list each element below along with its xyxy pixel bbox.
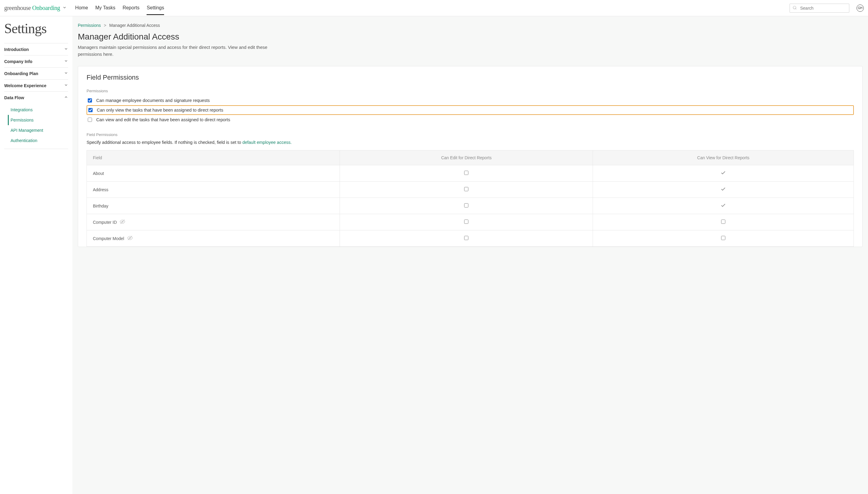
search-box bbox=[790, 4, 849, 13]
field-perm-text-pre: Specify additional access to employee fi… bbox=[86, 140, 243, 145]
logo: greenhouse Onboarding bbox=[4, 4, 60, 12]
chevron-down-icon[interactable] bbox=[62, 5, 67, 11]
th-edit: Can Edit for Direct Reports bbox=[340, 151, 593, 165]
sidebar-label: Onboarding Plan bbox=[4, 71, 38, 76]
nav-my-tasks[interactable]: My Tasks bbox=[95, 1, 115, 15]
chevron-down-icon bbox=[64, 59, 68, 64]
check-icon bbox=[720, 203, 726, 209]
nav-right: GH bbox=[790, 4, 864, 13]
sidebar-label: Data Flow bbox=[4, 95, 24, 100]
chevron-down-icon bbox=[64, 83, 68, 88]
chevron-up-icon bbox=[64, 95, 68, 100]
view-checkbox[interactable] bbox=[721, 236, 725, 240]
perm-label: Can only view the tasks that have been a… bbox=[97, 108, 223, 113]
field-name-label: Computer ID bbox=[93, 220, 117, 225]
edit-checkbox[interactable] bbox=[464, 187, 468, 191]
avatar[interactable]: GH bbox=[856, 4, 864, 12]
breadcrumb-current: Manager Additional Access bbox=[109, 23, 160, 28]
edit-checkbox[interactable] bbox=[464, 236, 468, 240]
field-permissions-card: Field Permissions Permissions Can manage… bbox=[78, 66, 863, 247]
th-view: Can View for Direct Reports bbox=[593, 151, 854, 165]
sidebar-section-company-info[interactable]: Company Info bbox=[4, 56, 68, 68]
perm-checkbox[interactable] bbox=[89, 108, 93, 112]
main-content: Permissions > Manager Additional Access … bbox=[72, 16, 868, 494]
page-body: Settings Introduction Company Info Onboa… bbox=[0, 16, 868, 494]
view-cell bbox=[593, 214, 854, 230]
field-name-label: Birthday bbox=[93, 204, 108, 208]
edit-cell bbox=[340, 230, 593, 247]
eye-off-icon bbox=[120, 219, 125, 225]
breadcrumb: Permissions > Manager Additional Access bbox=[78, 23, 863, 28]
perm-row-view-tasks: Can only view the tasks that have been a… bbox=[86, 105, 854, 115]
chevron-down-icon bbox=[64, 47, 68, 52]
perm-label: Can manage employee documents and signat… bbox=[96, 98, 210, 103]
sidebar-sub-data-flow: Integrations Permissions API Management … bbox=[4, 103, 68, 149]
table-row: Computer Model bbox=[87, 230, 854, 247]
edit-cell bbox=[340, 165, 593, 182]
field-name-label: Address bbox=[93, 187, 108, 192]
edit-checkbox[interactable] bbox=[464, 171, 468, 175]
sidebar-section-data-flow[interactable]: Data Flow Integrations Permissions API M… bbox=[4, 92, 68, 149]
perm-checkbox[interactable] bbox=[88, 118, 92, 122]
field-name-cell: About bbox=[87, 165, 340, 182]
sidebar-item-api-management[interactable]: API Management bbox=[8, 125, 68, 135]
view-cell bbox=[593, 165, 854, 182]
edit-cell bbox=[340, 182, 593, 198]
table-row: Computer ID bbox=[87, 214, 854, 230]
page-title: Settings bbox=[4, 20, 68, 37]
field-name-label: Computer Model bbox=[93, 236, 124, 241]
main-heading: Manager Additional Access bbox=[78, 32, 863, 42]
main-description: Managers maintain special permissions an… bbox=[78, 44, 277, 58]
svg-point-0 bbox=[793, 6, 796, 9]
nav-reports[interactable]: Reports bbox=[122, 1, 139, 15]
field-perm-text: Specify additional access to employee fi… bbox=[86, 140, 854, 145]
view-cell bbox=[593, 182, 854, 198]
eye-off-icon bbox=[127, 235, 133, 242]
perm-row-manage-documents: Can manage employee documents and signat… bbox=[86, 96, 854, 104]
search-input[interactable] bbox=[790, 4, 849, 13]
chevron-down-icon bbox=[64, 71, 68, 76]
field-permissions-table: Field Can Edit for Direct Reports Can Vi… bbox=[86, 150, 854, 247]
th-field: Field bbox=[87, 151, 340, 165]
perm-label: Can view and edit the tasks that have be… bbox=[96, 117, 230, 122]
edit-checkbox[interactable] bbox=[464, 203, 468, 208]
field-perm-section-label: Field Permissions bbox=[86, 132, 854, 137]
sidebar-label: Welcome Experience bbox=[4, 83, 46, 88]
edit-checkbox[interactable] bbox=[464, 220, 468, 224]
field-name-cell: Address bbox=[87, 182, 340, 198]
breadcrumb-parent[interactable]: Permissions bbox=[78, 23, 101, 28]
breadcrumb-sep: > bbox=[104, 23, 106, 28]
table-row: Address bbox=[87, 182, 854, 198]
sidebar-item-permissions[interactable]: Permissions bbox=[8, 115, 68, 125]
sidebar: Settings Introduction Company Info Onboa… bbox=[0, 16, 72, 494]
nav-settings[interactable]: Settings bbox=[147, 1, 164, 15]
nav-links: Home My Tasks Reports Settings bbox=[75, 1, 164, 15]
field-name-label: About bbox=[93, 171, 104, 176]
table-row: About bbox=[87, 165, 854, 182]
edit-cell bbox=[340, 214, 593, 230]
default-access-link[interactable]: default employee access. bbox=[243, 140, 292, 145]
sidebar-item-authentication[interactable]: Authentication bbox=[8, 135, 68, 146]
logo-wrap[interactable]: greenhouse Onboarding bbox=[4, 4, 67, 12]
permissions-section-label: Permissions bbox=[86, 89, 854, 93]
sidebar-label: Company Info bbox=[4, 59, 32, 64]
view-cell bbox=[593, 230, 854, 247]
field-name-cell: Birthday bbox=[87, 198, 340, 214]
check-icon bbox=[720, 170, 726, 176]
top-nav: greenhouse Onboarding Home My Tasks Repo… bbox=[0, 0, 868, 16]
field-name-cell: Computer ID bbox=[87, 214, 340, 230]
search-icon bbox=[793, 5, 797, 11]
view-checkbox[interactable] bbox=[721, 220, 725, 224]
field-name-cell: Computer Model bbox=[87, 230, 340, 247]
edit-cell bbox=[340, 198, 593, 214]
sidebar-section-onboarding-plan[interactable]: Onboarding Plan bbox=[4, 68, 68, 80]
sidebar-section-welcome-experience[interactable]: Welcome Experience bbox=[4, 80, 68, 92]
sidebar-item-integrations[interactable]: Integrations bbox=[8, 104, 68, 115]
perm-row-edit-tasks: Can view and edit the tasks that have be… bbox=[86, 115, 854, 124]
view-cell bbox=[593, 198, 854, 214]
nav-home[interactable]: Home bbox=[75, 1, 88, 15]
perm-checkbox[interactable] bbox=[88, 98, 92, 102]
sidebar-section-introduction[interactable]: Introduction bbox=[4, 43, 68, 56]
field-perm-block: Field Permissions Specify additional acc… bbox=[86, 132, 854, 145]
svg-line-1 bbox=[796, 8, 796, 10]
